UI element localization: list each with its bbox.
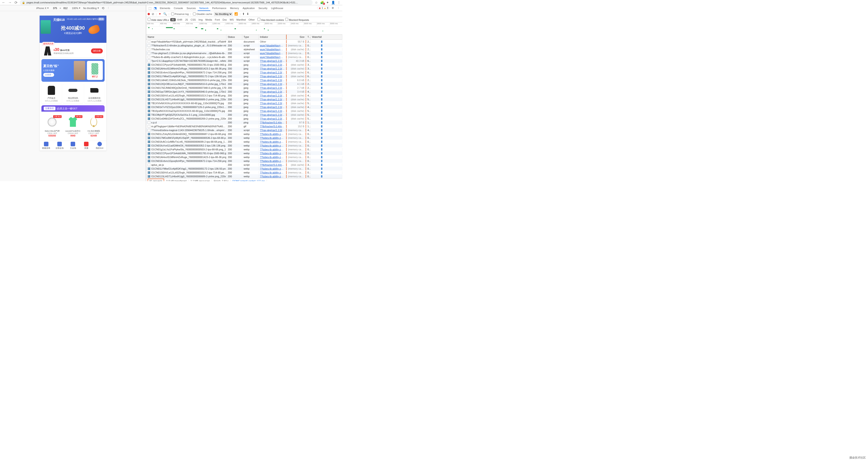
request-initiator[interactable]: ??rax-pkg/rax/1.2.0/index… <box>258 83 286 86</box>
col-type[interactable]: Type <box>242 35 258 39</box>
request-initiator[interactable]: ??tubes-tb-ability-zcache/… <box>258 171 286 174</box>
devtools-tab-elements[interactable]: Elements <box>158 6 172 10</box>
coupon-card[interactable]: ¥30 满400可用 限服饰指定活动商品使用 1积分抢 <box>41 44 104 57</box>
tabbar-item[interactable]: 主会场 <box>66 141 80 151</box>
timeline[interactable]: 200 ms400 ms600 ms800 ms1000 ms1200 ms14… <box>146 23 342 35</box>
request-initiator[interactable]: ??rax-pkg/rax/1.2.0/index… <box>258 75 286 78</box>
filter-type-js[interactable]: JS <box>184 18 189 21</box>
network-row[interactable]: ?jsv=2.6.1&appKey=12574478&t=16230578338… <box>146 59 342 63</box>
record-icon[interactable] <box>148 13 150 15</box>
request-initiator[interactable]: ??rax-pkg/rax/1.2.0/index… <box>258 67 286 70</box>
clear-icon[interactable]: ⊘ <box>152 12 154 16</box>
request-initiator[interactable]: ??tubes-tb-ability-zcache/… <box>258 175 286 178</box>
category-card[interactable]: 户外徒步 85万人正在围观 <box>41 84 62 103</box>
request-initiator[interactable]: ??rax-pkg/rax/1.2.0/index… <box>258 113 286 116</box>
filter-type-doc[interactable]: Doc <box>221 18 228 21</box>
col-name[interactable]: Name <box>146 35 226 39</box>
network-row[interactable]: m.gif?logtype=1&title=%E9%A3%8E%E5%B0%9A… <box>146 124 342 128</box>
extensions-icon[interactable]: ✦ <box>326 1 329 4</box>
request-initiator[interactable]: ??tb/tracker/5.0.4/index.js… <box>258 163 286 166</box>
request-initiator[interactable]: wupr?disableNav=YES&w… <box>258 44 286 47</box>
download-icon[interactable]: ⬇ <box>247 12 249 16</box>
request-initiator[interactable]: ??rax-pkg/rax/1.2.0/index… <box>258 86 286 89</box>
go-button[interactable]: 去逛逛 › <box>43 73 54 77</box>
width-input[interactable] <box>52 7 59 9</box>
forward-icon[interactable]: → <box>8 0 12 5</box>
tabbar-item[interactable]: 我的618 <box>93 141 106 151</box>
disable-cache-checkbox[interactable]: Disable cache <box>193 12 212 16</box>
request-initiator[interactable]: ??tubes-tb-ability-zcache/… <box>258 156 286 159</box>
col-waterfall[interactable]: Waterfall <box>311 35 342 39</box>
network-row[interactable]: O1CN0178ZJNM249QyDbrDm0_!!6000000007348-… <box>146 86 342 90</box>
network-row[interactable]: O1CN01SEhVLw1JLztS25vgh_!!6000000001013-… <box>146 93 342 97</box>
request-initiator[interactable]: ??rax-pkg/rax/1.2.0/index… <box>258 90 286 93</box>
network-row[interactable]: ??tubes-tb-ability-zcache/1.0.4/plugin/i… <box>146 55 342 59</box>
request-initiator[interactable]: ??rax-pkg/rax/1.2.0/index… <box>258 105 286 109</box>
throttle-select[interactable]: No throttling <box>214 12 232 16</box>
treasure-header[interactable]: 宝藏专区 | 品质之选一键GET <box>41 105 104 112</box>
network-row[interactable]: ??tb/tracker/5.0.4/index.js,alilog/aplus… <box>146 43 342 47</box>
menu-icon[interactable]: ⋮ <box>337 1 341 4</box>
request-initiator[interactable]: ??rax-pkg/rax/1.2.0/index… <box>258 129 286 132</box>
devtools-tab-application[interactable]: Application <box>241 6 257 10</box>
blocked-cookies-checkbox[interactable]: Has blocked cookies <box>257 18 284 21</box>
network-row[interactable]: aplus_ae.js 200 script ??tb/tracker/5.0.… <box>146 163 342 167</box>
filter-icon[interactable]: ▼ <box>158 12 161 16</box>
blocked-requests-checkbox[interactable]: Blocked Requests <box>285 18 309 21</box>
request-initiator[interactable]: ??rax-pkg/rax/1.2.0/index… <box>258 79 286 82</box>
request-initiator[interactable]: ??tubes-tb-ability-zcache/… <box>258 148 286 151</box>
star-icon[interactable]: ☆ <box>315 1 318 4</box>
upload-icon[interactable]: ⬆ <box>242 12 245 16</box>
product-card[interactable]: 12期 免息 I Do 钻石项链坠 已有317人购买 ¥2449 <box>84 115 104 137</box>
devtools-tab-network[interactable]: Network <box>198 6 210 11</box>
product-card[interactable]: 3期 免息 LacostePolo衫女士 已有268人购买 ¥940 <box>63 115 83 137</box>
filter-type-ws[interactable]: WS <box>228 18 235 21</box>
filter-type-img[interactable]: Img <box>197 18 204 21</box>
network-row[interactable]: O1CN01AHvoIS1MNmHZxRuge_!!6000000001423-… <box>146 155 342 159</box>
request-initiator[interactable]: ??rax-pkg/rax/1.2.0/index… <box>258 71 286 74</box>
request-initiator[interactable]: ??tubes-tb-ability-zcache/… <box>258 140 286 143</box>
network-row[interactable]: O1CN01AHvoIS1MNmHZxRuge_!!6000000001423-… <box>146 67 342 70</box>
product-card[interactable]: 12期 免息 Ballon Bleu蓝气球 已有96人购买 ¥35000 <box>42 115 62 137</box>
network-row[interactable]: O1CN01Erdvro1Gpoq9cHPpx_!!6000000000672-… <box>146 70 342 74</box>
network-row[interactable]: O1CN01qx73Rf1tnJgeLUxYX_!!6000000005946-… <box>146 90 342 93</box>
col-size[interactable]: Size <box>286 35 306 39</box>
network-row[interactable]: O1CN01Erdvro1Gpoq9cHPpx_!!6000000000672-… <box>146 159 342 163</box>
tabbar-item[interactable]: 直播 <box>80 141 93 151</box>
inspect-icon[interactable]: ⬚ <box>148 6 152 10</box>
network-row[interactable]: TB1OfbjiVP7gK0jSZFjXXc5aXXa-3-1.png_110x… <box>146 113 342 117</box>
device-select[interactable]: iPhone X ▾ <box>36 6 49 9</box>
tabbar-item[interactable]: 全部会场 <box>53 141 66 151</box>
devtools-tab-performance[interactable]: Performance <box>210 6 228 10</box>
devtools-tab-lighthouse[interactable]: Lighthouse <box>269 6 285 10</box>
devtools-tab-security[interactable]: Security <box>256 6 269 10</box>
extension-icon[interactable]: 🧩1 <box>320 1 324 4</box>
network-row[interactable]: O1CN01LZUeyN1zGhAmE63iQ_!!6000000006687-… <box>146 132 342 136</box>
network-row[interactable]: wupr?disableNav=YES&wh_pid=main-245295&a… <box>146 40 342 43</box>
category-card[interactable]: 运动潮黑科技 100万人正在围观 <box>85 84 104 103</box>
network-body[interactable]: wupr?disableNav=YES&wh_pid=main-245295&a… <box>146 40 342 178</box>
request-initiator[interactable]: ??rax-pkg/rax/1.2.0/index… <box>258 63 286 66</box>
error-badge[interactable]: ◉1 ▲8 <box>317 6 330 10</box>
network-row[interactable]: x.p.d 200 ping ??tb/tracker/5.0.4/index.… <box>146 120 342 124</box>
filter-type-other[interactable]: Other <box>247 18 256 21</box>
request-initiator[interactable]: ??tb/tracker/5.0.4/index.js… <box>258 121 286 124</box>
settings-icon[interactable]: ⚙ <box>330 6 335 9</box>
request-initiator[interactable]: ??tubes-tb-ability-zcache/… <box>258 136 286 140</box>
zoom-select[interactable]: 100% ▾ <box>72 6 81 9</box>
network-row[interactable]: O1CN0115LHST1zHbxiKUjg0_!!6000000006689-… <box>146 174 342 178</box>
throttle-select[interactable]: No throttling ▾ <box>83 6 99 9</box>
height-input[interactable] <box>62 7 69 9</box>
network-row[interactable]: O1CN017MOu9W1FpWyKUSqDP_!!6000000000536-… <box>146 136 342 140</box>
filter-type-css[interactable]: CSS <box>189 18 197 21</box>
network-row[interactable]: O1CN0115LHST1zHbxiKUjg0_!!6000000006689-… <box>146 97 342 101</box>
request-initiator[interactable]: ??rax-pkg/rax/1.2.0/index… <box>258 94 286 97</box>
network-row[interactable]: O1CN01fuVvxG1adGIMrkOII_!!6000000003352-… <box>146 144 342 147</box>
network-row[interactable]: O1CN01JdHdCJ1Wd1chE2kdo_!!6000000002810-… <box>146 78 342 82</box>
rotate-icon[interactable]: ⟲ <box>102 6 104 10</box>
network-row[interactable]: ??mmod/zebra-magical-1143-1556442367562/… <box>146 128 342 132</box>
preserve-log-checkbox[interactable]: Preserve log <box>171 12 189 16</box>
request-initiator[interactable]: ??tubes-tb-ability-zcache/… <box>258 167 286 170</box>
request-initiator[interactable]: ??tubes-tb-ability-zcache/… <box>258 132 286 135</box>
request-initiator[interactable]: ??rax-pkg/rax/1.2.0/index… <box>258 102 286 105</box>
